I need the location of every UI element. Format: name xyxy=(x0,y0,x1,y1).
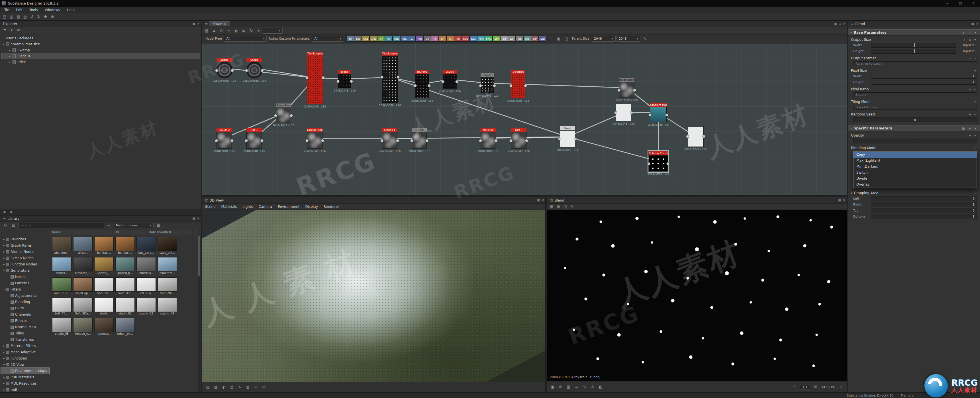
library-item-function-nodes[interactable]: ▸Function Nodes xyxy=(1,261,49,267)
node-filter-lv[interactable]: Lv xyxy=(408,36,416,42)
library-item-graph-items[interactable]: ▸Graph Items xyxy=(1,242,49,249)
env-map-thumb[interactable]: Soft_5Da... xyxy=(73,298,92,316)
3d-menu-scene[interactable]: Scene xyxy=(202,203,218,210)
more-filters-icon[interactable]: ⋮ xyxy=(547,36,554,42)
3d-viewport[interactable] xyxy=(202,210,545,382)
channel-letter-icon[interactable]: A xyxy=(589,384,596,390)
width-slider[interactable] xyxy=(871,43,956,48)
param-icons[interactable]: + ▾ xyxy=(969,134,977,137)
node-filter-chs[interactable]: ChS xyxy=(362,36,369,42)
recompute-icon[interactable]: ↻ xyxy=(248,28,255,34)
grid-icon[interactable]: ⊞ xyxy=(245,384,251,391)
node-filter-slb[interactable]: SlB xyxy=(523,36,531,42)
zoom-ratio-button[interactable]: 1:1 xyxy=(800,385,810,390)
new-package-icon[interactable]: ▤ xyxy=(1,14,8,20)
close-icon[interactable]: ✕ xyxy=(197,217,200,221)
env-map-thumb[interactable]: cave_ent... xyxy=(158,237,177,255)
3d-menu-lights[interactable]: Lights xyxy=(240,203,256,210)
3d-menu-renderer[interactable]: Renderer xyxy=(321,203,342,210)
env-map-thumb[interactable]: urban_ex... xyxy=(115,318,135,336)
env-map-thumb[interactable]: tenace_n... xyxy=(73,318,92,336)
graph-view-select[interactable]: —▾ xyxy=(262,28,283,34)
tab-blend-2d[interactable]: Blend xyxy=(554,198,564,202)
column-name[interactable]: Name xyxy=(50,230,113,235)
library-item-noises[interactable]: Noises xyxy=(1,274,49,280)
node-filter-wp[interactable]: Wp xyxy=(515,36,523,42)
env-map-thumb[interactable]: road_in_t... xyxy=(52,277,72,296)
env-map-thumb[interactable]: small_ap... xyxy=(73,277,92,296)
graph-node-n1[interactable]: Clouds 22048x2048 - L16 xyxy=(216,128,232,149)
blending-option-max-lighten-[interactable]: Max (Lighten) xyxy=(854,158,977,164)
library-scrollbar[interactable] xyxy=(198,235,200,392)
library-item-filters[interactable]: ▾Filters xyxy=(1,286,49,293)
graph-node-safeblend[interactable]: Slope Blur2048x2048 - L16 xyxy=(276,104,291,123)
graph-item-plant_01[interactable]: ▸Plant_01 xyxy=(2,53,200,59)
env-map-thumb[interactable]: conica... xyxy=(52,257,72,275)
package-item[interactable]: ▾Swamp_mat.sbs* xyxy=(2,41,200,47)
histogram-icon[interactable]: ◧ xyxy=(597,384,604,390)
node-filter-hsl[interactable]: HSL xyxy=(400,36,408,42)
open-icon[interactable]: ▥ xyxy=(8,14,15,20)
undo-icon[interactable]: ↺ xyxy=(29,14,35,20)
filter-icon[interactable]: ▾ xyxy=(255,28,262,34)
node-filter-bl[interactable]: Bl xyxy=(347,36,354,42)
env-map-thumb[interactable]: Soft_1Fr... xyxy=(115,277,135,296)
graph-node-blend1[interactable]: Blend2048x2048 - L16 xyxy=(338,70,351,88)
env-map-thumb[interactable]: studio_03 xyxy=(137,298,156,316)
settings-icon[interactable]: ⚙ xyxy=(49,14,56,20)
graph-node-splatter1[interactable]: Tile Sampler2048x2048 - L16 xyxy=(307,51,323,104)
dock-icon[interactable]: ▣ xyxy=(838,198,841,202)
graph-node-shape2[interactable]: Shape256x256x16 - L16 xyxy=(247,58,262,78)
graph-node-splatter2[interactable]: Tile Sampler2048x2048 - L16 xyxy=(382,51,398,103)
env-map-thumb[interactable]: tomocz... xyxy=(94,318,114,336)
graph-node-levels1[interactable]: Levels2048x2048 - L16 xyxy=(443,70,457,89)
cropping-bottom-field[interactable]: 1 xyxy=(871,214,977,219)
library-item-environment-maps[interactable]: Environment Maps xyxy=(1,368,49,374)
graph-item-stick[interactable]: ▸Stick xyxy=(2,59,200,65)
node-filter-blm[interactable]: BlM xyxy=(531,36,539,42)
redo-icon[interactable]: ↻ xyxy=(35,14,42,20)
node-filter-bd[interactable]: Bd xyxy=(500,36,508,42)
env-map-thumb[interactable]: Soft_1Lo... xyxy=(137,277,156,296)
env-map-thumb[interactable]: studio xyxy=(94,298,114,316)
graph-node-blur1[interactable]: Blur HQ2048x2048 - L16 xyxy=(415,70,429,98)
library-item-transforms[interactable]: Transforms xyxy=(1,336,49,343)
node-filter-fxm[interactable]: FxM xyxy=(477,36,485,42)
pause-engine-icon[interactable]: ▭ xyxy=(240,28,247,34)
wireframe-icon[interactable]: ▤ xyxy=(205,384,212,391)
env-map-thumb[interactable]: bonifaci... xyxy=(94,237,114,255)
panel-menu-icon[interactable]: ≣ xyxy=(205,22,208,26)
library-item-blurs[interactable]: Blurs xyxy=(1,305,49,311)
env-map-thumb[interactable]: studio 02 xyxy=(115,298,135,316)
zoom-in-icon[interactable]: ⊞ xyxy=(812,384,819,390)
graph-item-swamp[interactable]: ▸Swamp xyxy=(2,47,200,53)
node-filter-cv[interactable]: Cv xyxy=(377,36,385,42)
column-url[interactable]: Url xyxy=(113,230,147,235)
env-map-thumb[interactable]: airport xyxy=(73,237,92,255)
graph-node-grad1[interactable]: Gradient Map2048x2048 - C8 xyxy=(650,103,667,122)
blending-option-overlay[interactable]: Overlay xyxy=(854,182,977,188)
env-map-thumb[interactable]: abandon... xyxy=(52,237,72,255)
node-type-select[interactable]: All ▾ xyxy=(224,36,267,42)
graph-node-hb1[interactable]: Height Blend2048x2048 - L16 xyxy=(619,78,635,98)
library-item-adjustments[interactable]: Adjustments xyxy=(1,293,49,299)
library-item-mdl[interactable]: ▸mdl xyxy=(1,387,49,392)
grid-snap-icon[interactable]: ▦ xyxy=(204,28,210,34)
3d-menu-materials[interactable]: Materials xyxy=(218,203,240,210)
camera-icon[interactable]: ⊡ xyxy=(229,384,235,391)
node-filter-em[interactable]: Em xyxy=(493,36,500,42)
section-icons[interactable]: + ⇅ ▾ xyxy=(963,31,977,34)
param-icons[interactable]: + ⇅ ▾ xyxy=(963,38,977,42)
graph-node-dist1[interactable]: Distance2048x2048 - L16 xyxy=(511,70,525,98)
library-item-mesh-adaptive[interactable]: ▸Mesh Adaptive xyxy=(1,349,49,355)
tile-icon[interactable]: ⊞ xyxy=(557,384,564,390)
collapse-all-icon[interactable]: ▾ xyxy=(8,27,15,34)
graph-node-n7[interactable]: Dirt 32048x2048 - L16 xyxy=(511,128,527,149)
shaded-icon[interactable]: ▦ xyxy=(213,384,220,391)
view-mode-select[interactable]: Medium Icons ▾ xyxy=(114,223,154,229)
float-icon[interactable]: ⊟ xyxy=(839,22,841,26)
library-item-fxmap-nodes[interactable]: ▸FxMap Nodes xyxy=(1,255,49,261)
material-ball-icon[interactable]: ◐ xyxy=(221,384,228,391)
dock-icon[interactable]: ▣ xyxy=(192,217,195,221)
dock-icon[interactable]: ▣ xyxy=(192,22,195,26)
